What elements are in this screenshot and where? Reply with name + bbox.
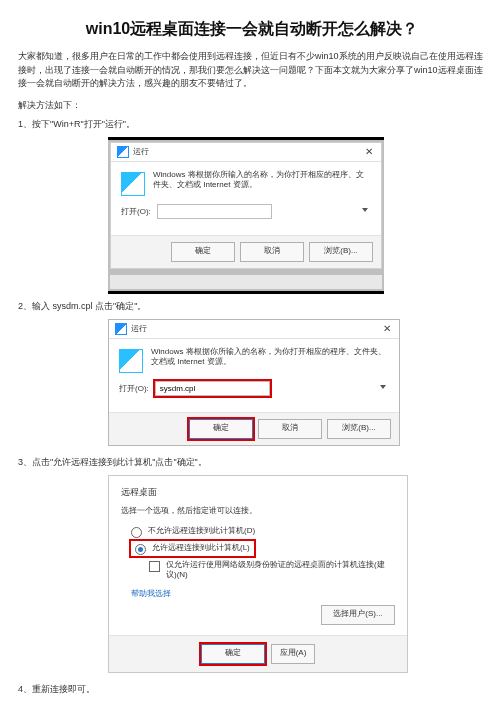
run-dialog-1: 运行 ✕ Windows 将根据你所输入的名称，为你打开相应的程序、文件夹、文档… bbox=[110, 142, 382, 269]
open-label: 打开(O): bbox=[119, 383, 149, 394]
run-dialog-2: 运行 ✕ Windows 将根据你所输入的名称，为你打开相应的程序、文件夹、文档… bbox=[108, 319, 400, 446]
run-icon bbox=[117, 146, 129, 158]
open-input[interactable] bbox=[157, 204, 272, 219]
dialog-titlebar: 运行 ✕ bbox=[111, 143, 381, 162]
radio-icon bbox=[135, 544, 146, 555]
cancel-button[interactable]: 取消 bbox=[240, 242, 304, 262]
run-large-icon bbox=[119, 349, 143, 373]
open-input[interactable] bbox=[155, 381, 270, 396]
step-4: 4、重新连接即可。 bbox=[18, 683, 486, 696]
cancel-button[interactable]: 取消 bbox=[258, 419, 322, 439]
radio-label: 允许远程连接到此计算机(L) bbox=[152, 543, 250, 553]
run-large-icon bbox=[121, 172, 145, 196]
chevron-down-icon[interactable] bbox=[380, 385, 386, 389]
radio-disallow[interactable]: 不允许远程连接到此计算机(D) bbox=[131, 526, 395, 537]
dialog-titlebar: 运行 ✕ bbox=[109, 320, 399, 339]
step-2: 2、输入 sysdm.cpl 点击"确定"。 bbox=[18, 300, 486, 313]
radio-allow[interactable]: 允许远程连接到此计算机(L) bbox=[131, 541, 395, 556]
run-icon bbox=[115, 323, 127, 335]
dialog-title-text: 运行 bbox=[131, 323, 147, 334]
chevron-down-icon[interactable] bbox=[362, 208, 368, 212]
radio-icon bbox=[131, 527, 142, 538]
nla-check[interactable]: 仅允许运行使用网络级别身份验证的远程桌面的计算机连接(建议)(N) bbox=[149, 560, 395, 581]
radio-label: 不允许远程连接到此计算机(D) bbox=[148, 526, 255, 536]
ok-button[interactable]: 确定 bbox=[201, 644, 265, 664]
step-3: 3、点击"允许远程连接到此计算机"点击"确定"。 bbox=[18, 456, 486, 469]
apply-button-fragment[interactable]: 应用(A) bbox=[271, 644, 315, 664]
section-title: 远程桌面 bbox=[121, 486, 395, 499]
section-sub: 选择一个选项，然后指定谁可以连接。 bbox=[121, 505, 395, 516]
help-link[interactable]: 帮助我选择 bbox=[131, 588, 395, 599]
close-icon[interactable]: ✕ bbox=[363, 146, 375, 157]
browse-button[interactable]: 浏览(B)... bbox=[309, 242, 373, 262]
remote-panel: 远程桌面 选择一个选项，然后指定谁可以连接。 不允许远程连接到此计算机(D) 允… bbox=[108, 475, 408, 674]
open-label: 打开(O): bbox=[121, 206, 151, 217]
step-1: 1、按下"Win+R"打开"运行"。 bbox=[18, 118, 486, 131]
select-users-button[interactable]: 选择用户(S)... bbox=[321, 605, 395, 625]
figure-1: 运行 ✕ Windows 将根据你所输入的名称，为你打开相应的程序、文件夹、文档… bbox=[108, 137, 384, 294]
run-desc: Windows 将根据你所输入的名称，为你打开相应的程序、文件夹、文档或 Int… bbox=[153, 170, 371, 196]
check-label: 仅允许运行使用网络级别身份验证的远程桌面的计算机连接(建议)(N) bbox=[166, 560, 395, 581]
ok-button[interactable]: 确定 bbox=[189, 419, 253, 439]
intro-text: 大家都知道，很多用户在日常的工作中都会使用到远程连接，但近日有不少win10系统… bbox=[18, 50, 486, 91]
browse-button[interactable]: 浏览(B)... bbox=[327, 419, 391, 439]
pre-steps: 解决方法如下： bbox=[18, 99, 486, 112]
checkbox-icon bbox=[149, 561, 160, 572]
run-desc: Windows 将根据你所输入的名称，为你打开相应的程序、文件夹、文档或 Int… bbox=[151, 347, 389, 373]
dialog-title-text: 运行 bbox=[133, 146, 149, 157]
close-icon[interactable]: ✕ bbox=[381, 323, 393, 334]
page-title: win10远程桌面连接一会就自动断开怎么解决？ bbox=[18, 19, 486, 40]
ok-button[interactable]: 确定 bbox=[171, 242, 235, 262]
